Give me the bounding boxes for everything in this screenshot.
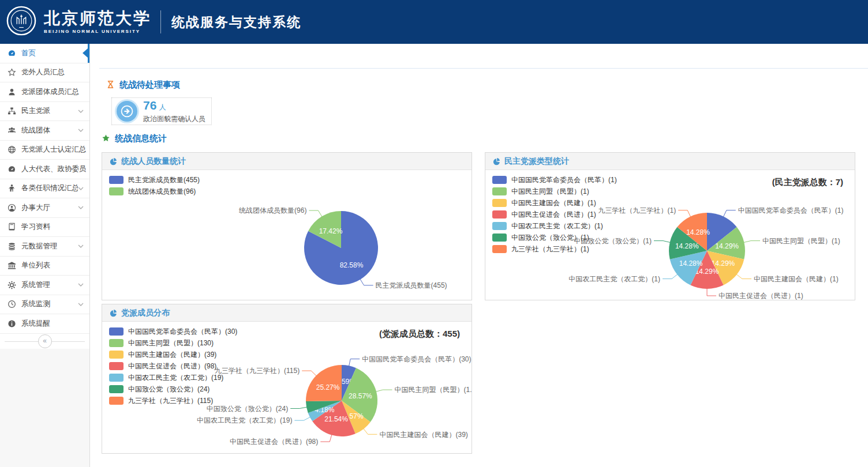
- sidebar-item-11[interactable]: 单位列表: [0, 257, 89, 276]
- pie-callout-label: 中国国民党革命委员会（民革）(1): [738, 206, 844, 214]
- sidebar-item-13[interactable]: 系统监测: [0, 295, 89, 315]
- sitemap-icon: [7, 107, 17, 116]
- pie-callout-line: [736, 274, 751, 279]
- legend-color-chip: [492, 245, 507, 253]
- chart-legend: 民主党派成员数量(455)统战团体成员数量(96): [109, 174, 200, 197]
- legend-color-chip: [109, 351, 124, 359]
- legend-item[interactable]: 统战团体成员数量(96): [109, 186, 200, 197]
- pie-percent-label: 14.28%: [679, 259, 703, 268]
- sidebar-item-2[interactable]: 党派团体成员汇总: [0, 82, 89, 102]
- pie-callout-line: [654, 241, 671, 243]
- stats-section-header: 统战信息统计: [102, 133, 167, 144]
- panel-header: 统战人员数量统计: [102, 153, 472, 170]
- dashboard-icon: [7, 48, 17, 58]
- legend-label: 中国国民党革命委员会（民革）(30): [128, 327, 237, 337]
- bank-icon: [7, 261, 17, 270]
- user-circle-icon: [7, 203, 17, 212]
- chevron-down-icon: [78, 206, 84, 209]
- legend-label: 中国致公党（致公党）(24): [128, 385, 209, 394]
- pie-callout-label: 民主党派成员数量(455): [376, 281, 447, 289]
- sidebar-collapse-row: «: [0, 334, 89, 349]
- legend-color-chip: [109, 176, 124, 184]
- arrow-circle-icon: [117, 101, 137, 122]
- legend-color-chip: [492, 187, 507, 195]
- pending-confirmation-card[interactable]: 76 人 政治面貌需确认人员: [111, 97, 212, 125]
- university-brand: 北京师范大学 BEIJING NORMAL UNIVERSITY: [44, 10, 151, 33]
- legend-item[interactable]: 中国民主促进会（民进）(1): [492, 209, 617, 220]
- legend-color-chip: [492, 222, 507, 230]
- sidebar-item-label: 学习资料: [21, 222, 86, 232]
- legend-item[interactable]: 中国民主同盟（民盟）(1): [492, 186, 617, 197]
- legend-item[interactable]: 中国国民党革命委员会（民革）(30): [109, 326, 237, 337]
- sidebar-item-label: 办事大厅: [21, 203, 78, 213]
- legend-item[interactable]: 九三学社（九三学社）(115): [109, 395, 237, 406]
- legend-item[interactable]: 中国国民党革命委员会（民革）(1): [492, 174, 617, 186]
- globe-icon: [7, 145, 17, 155]
- legend-color-chip: [492, 176, 507, 184]
- sidebar-nav: 首页党外人员汇总党派团体成员汇总民主党派统战团体无党派人士认定汇总人大代表、政协…: [0, 44, 90, 467]
- legend-label: 中国农工民主党（农工党）(1): [511, 221, 603, 231]
- legend-item[interactable]: 中国致公党（致公党）(1): [492, 232, 617, 243]
- chevron-down-icon: [78, 303, 84, 306]
- legend-item[interactable]: 中国民主建国会（民建）(39): [109, 349, 237, 360]
- sidebar-item-label: 无党派人士认定汇总: [21, 145, 86, 155]
- pie-callout-line: [360, 278, 373, 285]
- pie-percent-label: 14.29%: [712, 259, 735, 268]
- todo-section-header: 统战待处理事项: [106, 80, 180, 91]
- star-icon: [7, 68, 17, 77]
- chart-legend: 中国国民党革命委员会（民革）(30)中国民主同盟（民盟）(130)中国民主建国会…: [109, 326, 237, 406]
- legend-item[interactable]: 中国农工民主党（农工党）(1): [492, 220, 617, 232]
- pie-chart-icon: [109, 157, 117, 165]
- legend-color-chip: [109, 374, 124, 382]
- legend-color-chip: [109, 327, 124, 336]
- sidebar-item-7[interactable]: 各类任职情况汇总: [0, 179, 89, 199]
- legend-item[interactable]: 中国致公党（致公党）(24): [109, 383, 237, 395]
- sidebar-item-9[interactable]: 学习资料: [0, 218, 89, 238]
- sidebar-item-0[interactable]: 首页: [0, 44, 89, 63]
- pie-callout-label: 统战团体成员数量(96): [239, 206, 306, 214]
- sidebar-collapse-button[interactable]: «: [38, 334, 52, 348]
- pie-callout-line: [302, 371, 317, 376]
- header-divider: [160, 10, 161, 33]
- legend-item[interactable]: 民主党派成员数量(455): [109, 174, 200, 186]
- pie-callout-line: [363, 428, 377, 434]
- pie-callout-line: [743, 241, 760, 243]
- sidebar-item-4[interactable]: 统战团体: [0, 121, 89, 141]
- sidebar-item-5[interactable]: 无党派人士认定汇总: [0, 141, 89, 160]
- pie-callout-label: 中国民主促进会（民进）(98): [230, 438, 318, 446]
- person-icon: [7, 184, 17, 193]
- main-content: 统战待处理事项 76 人 政治面貌需确认人员 统战信息统计 统战人: [90, 44, 868, 467]
- sidebar-item-10[interactable]: 元数据管理: [0, 237, 89, 257]
- sidebar-item-12[interactable]: 系统管理: [0, 276, 89, 295]
- sidebar-item-6[interactable]: 人大代表、政协委员: [0, 160, 89, 179]
- pie-percent-label: 14.29%: [695, 268, 719, 276]
- sidebar-item-8[interactable]: 办事大厅: [0, 198, 89, 218]
- sidebar-item-1[interactable]: 党外人员汇总: [0, 63, 89, 83]
- legend-label: 统战团体成员数量(96): [128, 187, 196, 197]
- university-name-cn: 北京师范大学: [44, 10, 151, 27]
- sidebar-item-14[interactable]: 系统提醒: [0, 314, 89, 334]
- sidebar-item-label: 党派团体成员汇总: [21, 87, 86, 97]
- legend-label: 中国农工民主党（农工党）(19): [128, 373, 223, 383]
- legend-item[interactable]: 中国农工民主党（农工党）(19): [109, 372, 237, 383]
- legend-item[interactable]: 中国民主促进会（民进）(98): [109, 360, 237, 372]
- pie-callout-label: 中国民主促进会（民进）(1): [719, 292, 803, 300]
- panel-body: 民主党派成员数量(455)统战团体成员数量(96) 82.58%民主党派成员数量…: [102, 170, 472, 301]
- sidebar-item-label: 党外人员汇总: [21, 67, 86, 77]
- legend-color-chip: [109, 339, 124, 347]
- pie-percent-label: 82.58%: [340, 261, 364, 269]
- legend-item[interactable]: 九三学社（九三学社）(1): [492, 243, 617, 255]
- legend-item[interactable]: 中国民主建国会（民建）(1): [492, 197, 617, 209]
- legend-color-chip: [492, 210, 507, 219]
- legend-label: 中国民主同盟（民盟）(130): [128, 338, 214, 348]
- sidebar-item-3[interactable]: 民主党派: [0, 102, 89, 122]
- pie-percent-label: 28.57%: [349, 392, 372, 400]
- info-icon: [7, 319, 17, 328]
- chevron-down-icon: [78, 187, 84, 190]
- pie-callout-line: [375, 390, 392, 392]
- university-seal-logo: [6, 5, 37, 39]
- pie-callout-line: [349, 359, 360, 367]
- legend-label: 中国致公党（致公党）(1): [511, 233, 589, 243]
- sidebar-item-label: 各类任职情况汇总: [21, 183, 78, 193]
- legend-item[interactable]: 中国民主同盟（民盟）(130): [109, 337, 237, 349]
